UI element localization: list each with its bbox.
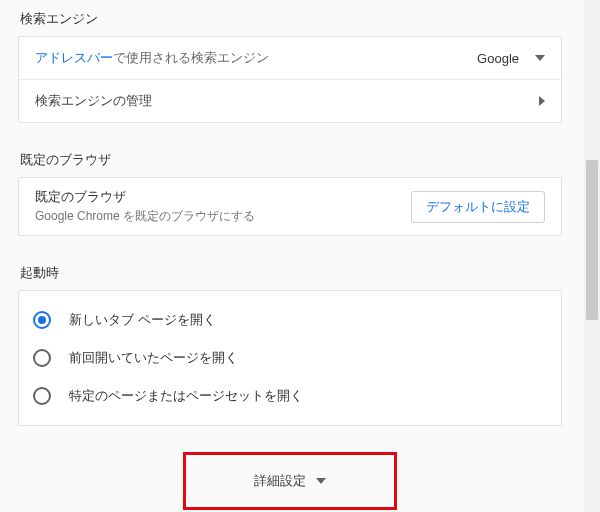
startup-option-specific-row[interactable]: 特定のページまたはページセットを開く xyxy=(19,377,561,415)
startup-option-continue-row[interactable]: 前回開いていたページを開く xyxy=(19,339,561,377)
section-title-on-startup: 起動時 xyxy=(0,254,580,290)
dropdown-icon[interactable] xyxy=(535,55,545,61)
radio-new-tab[interactable] xyxy=(33,311,51,329)
search-engine-card: アドレスバーで使用される検索エンジン Google 検索エンジンの管理 xyxy=(18,36,562,123)
advanced-settings-button[interactable]: 詳細設定 xyxy=(183,452,397,510)
scrollbar-thumb[interactable] xyxy=(586,160,598,320)
startup-option-specific-label: 特定のページまたはページセットを開く xyxy=(69,387,303,405)
on-startup-card: 新しいタブ ページを開く 前回開いていたページを開く 特定のページまたはページセ… xyxy=(18,290,562,426)
chevron-down-icon xyxy=(316,478,326,484)
address-bar-label-rest: で使用される検索エンジン xyxy=(113,50,269,65)
address-bar-search-engine-row[interactable]: アドレスバーで使用される検索エンジン Google xyxy=(19,37,561,80)
startup-option-new-tab-row[interactable]: 新しいタブ ページを開く xyxy=(19,301,561,339)
default-browser-text: 既定のブラウザ Google Chrome を既定のブラウザにする xyxy=(35,188,411,225)
startup-option-new-tab-label: 新しいタブ ページを開く xyxy=(69,311,216,329)
section-title-default-browser: 既定のブラウザ xyxy=(0,141,580,177)
search-engine-select-value[interactable]: Google xyxy=(477,51,535,66)
startup-option-continue-label: 前回開いていたページを開く xyxy=(69,349,238,367)
default-browser-title: 既定のブラウザ xyxy=(35,188,411,208)
default-browser-card: 既定のブラウザ Google Chrome を既定のブラウザにする デフォルトに… xyxy=(18,177,562,236)
set-default-button[interactable]: デフォルトに設定 xyxy=(411,191,545,223)
section-title-search-engine: 検索エンジン xyxy=(0,0,580,36)
manage-search-engines-label: 検索エンジンの管理 xyxy=(35,92,539,110)
address-bar-link[interactable]: アドレスバー xyxy=(35,50,113,65)
default-browser-row: 既定のブラウザ Google Chrome を既定のブラウザにする デフォルトに… xyxy=(19,178,561,235)
default-browser-subtitle: Google Chrome を既定のブラウザにする xyxy=(35,208,411,225)
radio-specific[interactable] xyxy=(33,387,51,405)
chevron-right-icon xyxy=(539,96,545,106)
address-bar-search-engine-label: アドレスバーで使用される検索エンジン xyxy=(35,49,477,67)
scrollbar-track[interactable] xyxy=(584,0,600,512)
manage-search-engines-row[interactable]: 検索エンジンの管理 xyxy=(19,80,561,122)
radio-continue[interactable] xyxy=(33,349,51,367)
advanced-settings-label: 詳細設定 xyxy=(254,472,306,490)
